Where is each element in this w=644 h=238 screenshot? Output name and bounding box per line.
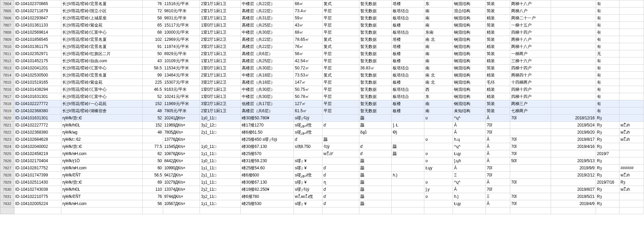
cell[interactable]: ID-104101438294 (14, 86, 61, 93)
cell[interactable]: 钢混结构 (453, 22, 486, 29)
cell[interactable]: 复式 (322, 36, 359, 43)
cell[interactable]: 平层 (322, 107, 359, 115)
cell[interactable] (619, 65, 644, 72)
cell[interactable]: Rȝ (596, 165, 619, 172)
cell[interactable]: 南 (424, 57, 453, 65)
cell[interactable]: ɳ/ё/ſk/ƸŇT (61, 172, 143, 179)
table-row[interactable]: 7828ID-104101747399ɳ/ё/ſk/ƸŇT56.59417ДК/… (0, 172, 644, 179)
row-header[interactable]: 7807 (0, 22, 14, 29)
table-row[interactable]: 7827ID-104102817752ɳ/ё/ſk/ɘH.com6010990Д… (0, 165, 644, 172)
cell[interactable]: 2019/4/9 (551, 200, 596, 207)
cell[interactable]: 3室2厅1厨2卫 (200, 100, 241, 107)
cell[interactable]: ID-104102210775 (14, 193, 61, 200)
cell[interactable]: 暂无数据 (359, 29, 392, 36)
cell[interactable]: ɳ/ё/ſk/ɘH.com (61, 165, 143, 172)
cell[interactable]: Ă (453, 129, 486, 136)
row-header[interactable]: 7823 (0, 136, 14, 143)
cell[interactable]: 2室1厅1厨1卫 (200, 50, 241, 57)
cell[interactable] (619, 143, 644, 150)
cell[interactable]: 58 (143, 15, 163, 22)
cell[interactable] (619, 57, 644, 65)
cell[interactable]: ###### (619, 165, 644, 172)
cell[interactable]: 78.65㎡ (294, 36, 322, 43)
row-header[interactable]: 7808 (0, 29, 14, 36)
cell[interactable]: 板塔结合 (392, 93, 424, 100)
cell[interactable]: 平层 (322, 93, 359, 100)
cell[interactable]: ID-104101856545 (14, 36, 61, 43)
cell[interactable]: ɳ/ё/ſk/ʁg (61, 129, 143, 136)
cell[interactable]: 高楼层（共30层） (240, 65, 294, 72)
table-row[interactable]: 7815ID-104101519165长沙/雨花/窑岭/紫金苑22515307元… (0, 79, 644, 86)
cell[interactable]: 钢混结构 (453, 50, 486, 57)
cell[interactable]: wΞ̊ɹh (619, 136, 644, 143)
cell[interactable]: 暂无数据 (359, 57, 392, 65)
cell[interactable]: 四梯十四户 (510, 29, 551, 36)
cell[interactable] (392, 179, 424, 186)
cell[interactable] (392, 115, 424, 122)
cell[interactable]: 精装 (486, 15, 510, 22)
cell[interactable] (551, 107, 596, 115)
cell[interactable]: 1ȝ1_11□ (200, 179, 241, 186)
cell[interactable]: 长沙/雨花/窑岭/汇富中心 (61, 93, 143, 100)
cell[interactable]: 高楼层（共6层） (240, 107, 294, 115)
cell[interactable]: 精装 (486, 72, 510, 79)
cell[interactable]: 板塔结合 (392, 15, 424, 22)
cell[interactable]: 精装 (486, 57, 510, 65)
cell[interactable]: 1室0厅1厨1卫 (200, 22, 241, 29)
cell[interactable]: ID-104102711679 (14, 7, 61, 15)
cell[interactable]: ID-104102368380 (14, 129, 61, 136)
cell[interactable]: 2019/4/16 (551, 143, 596, 150)
cell[interactable]: 2室1厅1厨1卫 (200, 7, 241, 15)
cell[interactable] (551, 15, 596, 22)
cell[interactable] (551, 79, 596, 86)
cell[interactable]: 暂无数据 (359, 50, 392, 57)
cell[interactable]: 2室1厅1厨1卫 (200, 72, 241, 79)
table-row[interactable]: 7813ID-104102041201长沙/雨花/窑岭/汇富中心58.51153… (0, 65, 644, 72)
cell[interactable]: 有 (596, 107, 619, 115)
cell[interactable]: 2ȝ1_11□ (200, 129, 241, 136)
cell[interactable]: ^ɥ^ (453, 143, 486, 150)
row-header[interactable]: 7832 (0, 200, 14, 207)
cell[interactable]: Rȝ (596, 115, 619, 122)
cell[interactable]: 56 (143, 200, 163, 207)
cell[interactable]: 2019/7 (596, 150, 619, 157)
cell[interactable]: Ă (453, 165, 486, 172)
cell[interactable] (424, 200, 453, 207)
cell[interactable]: 高楼层（共22层） (240, 43, 294, 50)
cell[interactable]: 9744ДК/s× (163, 193, 200, 200)
cell[interactable]: 62 (143, 150, 163, 157)
cell[interactable] (619, 157, 644, 165)
cell[interactable]: 龘 (359, 172, 392, 179)
cell[interactable]: wΞ̊ɹУ (322, 150, 359, 157)
cell[interactable] (424, 122, 453, 129)
cell[interactable]: s嘐دوزſ傥 (294, 172, 322, 179)
cell[interactable]: ď (322, 200, 359, 207)
cell[interactable] (619, 115, 644, 122)
cell[interactable]: 1ȝ1_11□ (200, 200, 241, 207)
cell[interactable]: 简装 (486, 65, 510, 72)
cell[interactable]: ]. Ł (392, 122, 424, 129)
cell[interactable]: ID-104102227772 (14, 122, 61, 129)
cell[interactable]: ID-104102040002 (14, 143, 61, 150)
cell[interactable]: 简装 (486, 22, 510, 29)
cell[interactable]: 嵴6撥61.50 (240, 129, 294, 136)
cell[interactable]: 南 (424, 65, 453, 72)
cell[interactable]: 有 (596, 0, 619, 7)
row-header[interactable]: 7814 (0, 72, 14, 79)
row-header[interactable]: 7817 (0, 93, 14, 100)
cell[interactable] (322, 129, 359, 136)
cell[interactable]: 1ȝ0_11□ (200, 115, 241, 122)
cell[interactable] (359, 136, 392, 143)
cell[interactable]: 板楼 (392, 79, 424, 86)
cell[interactable]: 1ȝ0_11□ (200, 157, 241, 165)
cell[interactable]: 11534元/平米 (163, 65, 200, 72)
cell[interactable] (551, 22, 596, 29)
cell[interactable]: 10878ДК/s× (163, 150, 200, 157)
cell[interactable] (551, 93, 596, 100)
cell[interactable]: 50.75㎡ (294, 86, 322, 93)
cell[interactable]: 73.53㎡ (294, 72, 322, 79)
cell[interactable]: wΞ̊ɹh (619, 129, 644, 136)
cell[interactable]: 暂无数据 (359, 100, 392, 107)
cell[interactable]: 有 (596, 15, 619, 22)
cell[interactable]: 长沙/雨花/窑岭/汇富中心 (61, 86, 143, 93)
